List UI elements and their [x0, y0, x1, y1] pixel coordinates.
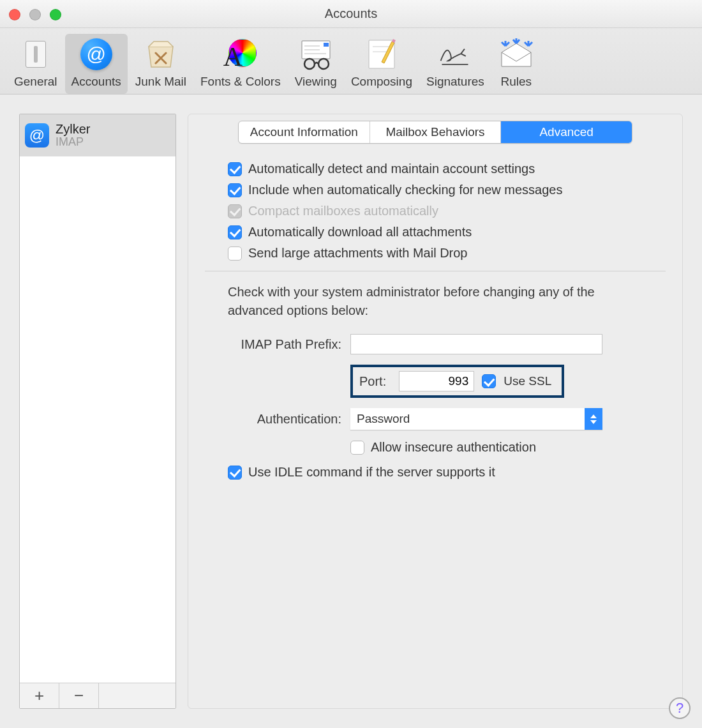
composing-icon	[364, 38, 400, 71]
include-check-label: Include when automatically checking for …	[248, 183, 562, 197]
accounts-sidebar: @ Zylker IMAP + −	[19, 114, 176, 709]
compact-label: Compact mailboxes automatically	[248, 204, 438, 218]
authentication-value: Password	[350, 412, 410, 426]
include-check-checkbox[interactable]	[228, 183, 242, 197]
toolbar-label: Rules	[501, 75, 532, 89]
advanced-checkboxes: Automatically detect and maintain accoun…	[205, 162, 666, 261]
toolbar-item-rules[interactable]: Rules	[492, 34, 541, 94]
svg-point-5	[304, 59, 315, 69]
compact-row: Compact mailboxes automatically	[228, 204, 666, 218]
port-input[interactable]	[399, 371, 474, 391]
content-area: @ Zylker IMAP + − Account Information Ma…	[0, 95, 702, 728]
svg-point-6	[318, 59, 329, 69]
toolbar-item-signatures[interactable]: Signatures	[420, 34, 491, 94]
junk-mail-icon	[143, 38, 179, 71]
use-idle-checkbox[interactable]	[228, 466, 242, 480]
toolbar-item-general[interactable]: General	[8, 34, 64, 94]
account-list-item[interactable]: @ Zylker IMAP	[20, 114, 176, 156]
window-title: Accounts	[0, 6, 702, 21]
general-icon	[18, 38, 54, 71]
help-button[interactable]: ?	[669, 697, 691, 719]
toolbar-label: Signatures	[426, 75, 484, 89]
include-check-row: Include when automatically checking for …	[228, 183, 666, 197]
account-name: Zylker	[56, 122, 90, 136]
at-sign-icon: @	[25, 123, 49, 148]
accounts-icon: @	[78, 38, 114, 71]
remove-account-button[interactable]: −	[59, 683, 99, 708]
toolbar-label: Fonts & Colors	[200, 75, 281, 89]
tab-account-information[interactable]: Account Information	[239, 121, 370, 143]
allow-insecure-checkbox[interactable]	[350, 441, 364, 455]
auto-detect-checkbox[interactable]	[228, 162, 242, 176]
toolbar-label: Accounts	[71, 75, 121, 89]
chevron-up-down-icon	[585, 408, 602, 430]
toolbar-item-junk-mail[interactable]: Junk Mail	[129, 34, 193, 94]
mail-drop-checkbox[interactable]	[228, 246, 242, 261]
toolbar-label: Junk Mail	[135, 75, 186, 89]
tab-advanced[interactable]: Advanced	[501, 121, 632, 143]
auto-detect-label: Automatically detect and maintain accoun…	[248, 162, 535, 176]
compact-checkbox	[228, 204, 242, 218]
tab-mailbox-behaviors[interactable]: Mailbox Behaviors	[370, 121, 502, 143]
toolbar-label: Viewing	[295, 75, 337, 89]
rules-icon	[498, 38, 534, 71]
viewing-icon	[298, 38, 334, 71]
window-controls	[9, 9, 61, 20]
toolbar-item-fonts-colors[interactable]: A Fonts & Colors	[194, 35, 287, 94]
use-ssl-label: Use SSL	[504, 374, 551, 388]
section-divider	[205, 271, 666, 271]
close-window-button[interactable]	[9, 9, 20, 20]
zoom-window-button[interactable]	[50, 9, 61, 20]
imap-prefix-label: IMAP Path Prefix:	[205, 337, 350, 352]
mail-drop-row: Send large attachments with Mail Drop	[228, 246, 666, 261]
authentication-label: Authentication:	[205, 412, 350, 427]
minimize-window-button[interactable]	[29, 9, 41, 20]
fonts-colors-icon: A	[225, 39, 257, 71]
toolbar-label: Composing	[351, 75, 412, 89]
download-attachments-checkbox[interactable]	[228, 225, 242, 239]
sidebar-footer-spacer	[99, 683, 176, 708]
download-attachments-row: Automatically download all attachments	[228, 225, 666, 239]
advanced-form: IMAP Path Prefix: Port: Use SSL Authenti…	[205, 334, 666, 455]
toolbar-item-composing[interactable]: Composing	[345, 34, 419, 94]
port-label: Port:	[359, 374, 391, 389]
settings-tabs: Account Information Mailbox Behaviors Ad…	[238, 121, 632, 144]
authentication-select[interactable]: Password	[350, 408, 602, 430]
download-attachments-label: Automatically download all attachments	[248, 225, 472, 239]
svg-rect-1	[324, 43, 329, 47]
help-icon: ?	[676, 700, 683, 717]
settings-panel: Account Information Mailbox Behaviors Ad…	[188, 114, 683, 709]
port-highlight-box: Port: Use SSL	[350, 365, 564, 398]
sidebar-footer: + −	[20, 683, 176, 708]
toolbar-item-viewing[interactable]: Viewing	[288, 34, 343, 94]
add-account-button[interactable]: +	[20, 683, 59, 708]
preferences-toolbar: General @ Accounts Junk Mail A Fonts & C…	[0, 28, 702, 95]
advanced-note: Check with your system administrator bef…	[228, 283, 624, 320]
use-idle-label: Use IDLE command if the server supports …	[248, 465, 495, 480]
account-subtype: IMAP	[56, 136, 90, 149]
imap-prefix-input[interactable]	[350, 334, 602, 354]
minus-icon: −	[74, 686, 84, 706]
signatures-icon	[437, 38, 473, 71]
use-ssl-checkbox[interactable]	[482, 374, 496, 388]
accounts-list-empty-area	[20, 156, 176, 683]
mail-drop-label: Send large attachments with Mail Drop	[248, 246, 468, 261]
use-idle-row: Use IDLE command if the server supports …	[228, 465, 666, 480]
titlebar: Accounts	[0, 0, 702, 28]
toolbar-item-accounts[interactable]: @ Accounts	[65, 34, 128, 94]
toolbar-label: General	[14, 75, 57, 89]
auto-detect-row: Automatically detect and maintain accoun…	[228, 162, 666, 176]
allow-insecure-label: Allow insecure authentication	[371, 440, 536, 455]
plus-icon: +	[34, 686, 44, 706]
